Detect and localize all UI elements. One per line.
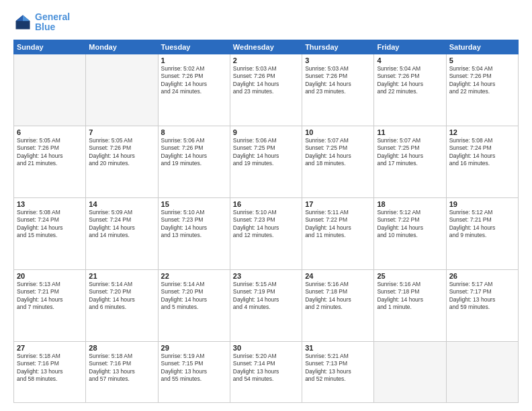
day-number: 25 (377, 272, 443, 280)
day-info: Sunrise: 5:21 AM Sunset: 7:13 PM Dayligh… (305, 353, 371, 383)
day-info: Sunrise: 5:06 AM Sunset: 7:26 PM Dayligh… (161, 137, 227, 168)
day-number: 1 (161, 56, 227, 64)
day-number: 26 (449, 272, 515, 280)
calendar-cell: 2Sunrise: 5:03 AM Sunset: 7:26 PM Daylig… (230, 54, 302, 126)
day-info: Sunrise: 5:13 AM Sunset: 7:21 PM Dayligh… (17, 281, 83, 312)
day-info: Sunrise: 5:15 AM Sunset: 7:19 PM Dayligh… (233, 281, 299, 312)
day-number: 11 (377, 128, 443, 136)
calendar-cell: 9Sunrise: 5:06 AM Sunset: 7:25 PM Daylig… (230, 126, 302, 197)
calendar-cell: 5Sunrise: 5:04 AM Sunset: 7:26 PM Daylig… (446, 54, 518, 126)
day-info: Sunrise: 5:03 AM Sunset: 7:26 PM Dayligh… (305, 65, 371, 96)
day-number: 29 (161, 344, 227, 352)
weekday-header: Tuesday (158, 40, 230, 54)
calendar-cell: 16Sunrise: 5:10 AM Sunset: 7:23 PM Dayli… (230, 197, 302, 269)
calendar-cell: 11Sunrise: 5:07 AM Sunset: 7:25 PM Dayli… (374, 126, 446, 197)
day-info: Sunrise: 5:20 AM Sunset: 7:14 PM Dayligh… (233, 353, 299, 383)
calendar-cell: 3Sunrise: 5:03 AM Sunset: 7:26 PM Daylig… (302, 54, 374, 126)
day-number: 3 (305, 56, 371, 64)
calendar-cell: 18Sunrise: 5:12 AM Sunset: 7:22 PM Dayli… (374, 197, 446, 269)
svg-marker-1 (23, 15, 30, 21)
calendar-cell: 19Sunrise: 5:12 AM Sunset: 7:21 PM Dayli… (446, 197, 518, 269)
svg-marker-2 (16, 15, 24, 21)
weekday-header: Wednesday (230, 40, 302, 54)
calendar-cell: 27Sunrise: 5:18 AM Sunset: 7:16 PM Dayli… (14, 341, 86, 402)
day-number: 2 (233, 56, 299, 64)
calendar-cell: 13Sunrise: 5:08 AM Sunset: 7:24 PM Dayli… (14, 197, 86, 269)
calendar-week-row: 20Sunrise: 5:13 AM Sunset: 7:21 PM Dayli… (14, 269, 519, 341)
day-number: 27 (17, 344, 83, 352)
day-info: Sunrise: 5:18 AM Sunset: 7:16 PM Dayligh… (17, 353, 83, 383)
day-info: Sunrise: 5:08 AM Sunset: 7:24 PM Dayligh… (449, 137, 515, 168)
calendar-cell: 22Sunrise: 5:14 AM Sunset: 7:20 PM Dayli… (158, 269, 230, 341)
day-number: 24 (305, 272, 371, 280)
calendar-cell: 29Sunrise: 5:19 AM Sunset: 7:15 PM Dayli… (158, 341, 230, 402)
day-info: Sunrise: 5:06 AM Sunset: 7:25 PM Dayligh… (233, 137, 299, 168)
day-info: Sunrise: 5:05 AM Sunset: 7:26 PM Dayligh… (17, 137, 83, 168)
calendar-cell: 31Sunrise: 5:21 AM Sunset: 7:13 PM Dayli… (302, 341, 374, 402)
header: General Blue (13, 12, 519, 33)
day-info: Sunrise: 5:05 AM Sunset: 7:26 PM Dayligh… (89, 137, 154, 168)
calendar-cell (14, 54, 86, 126)
day-number: 16 (233, 200, 299, 208)
day-info: Sunrise: 5:12 AM Sunset: 7:21 PM Dayligh… (449, 209, 515, 240)
day-info: Sunrise: 5:07 AM Sunset: 7:25 PM Dayligh… (377, 137, 443, 168)
day-number: 23 (233, 272, 299, 280)
day-info: Sunrise: 5:10 AM Sunset: 7:23 PM Dayligh… (161, 209, 227, 240)
calendar-cell: 6Sunrise: 5:05 AM Sunset: 7:26 PM Daylig… (14, 126, 86, 197)
calendar-cell: 12Sunrise: 5:08 AM Sunset: 7:24 PM Dayli… (446, 126, 518, 197)
weekday-header: Friday (374, 40, 446, 54)
calendar-cell: 23Sunrise: 5:15 AM Sunset: 7:19 PM Dayli… (230, 269, 302, 341)
day-number: 22 (161, 272, 227, 280)
day-number: 18 (377, 200, 443, 208)
day-number: 10 (305, 128, 371, 136)
calendar-week-row: 13Sunrise: 5:08 AM Sunset: 7:24 PM Dayli… (14, 197, 519, 269)
day-info: Sunrise: 5:14 AM Sunset: 7:20 PM Dayligh… (161, 281, 227, 312)
logo: General Blue (13, 12, 70, 33)
day-number: 15 (161, 200, 227, 208)
day-number: 14 (89, 200, 154, 208)
calendar-cell: 30Sunrise: 5:20 AM Sunset: 7:14 PM Dayli… (230, 341, 302, 402)
day-info: Sunrise: 5:11 AM Sunset: 7:22 PM Dayligh… (305, 209, 371, 240)
day-number: 6 (17, 128, 83, 136)
calendar-cell (86, 54, 158, 126)
day-info: Sunrise: 5:14 AM Sunset: 7:20 PM Dayligh… (89, 281, 154, 312)
logo-text: General Blue (35, 12, 70, 33)
calendar-cell: 26Sunrise: 5:17 AM Sunset: 7:17 PM Dayli… (446, 269, 518, 341)
calendar-cell: 1Sunrise: 5:02 AM Sunset: 7:26 PM Daylig… (158, 54, 230, 126)
day-info: Sunrise: 5:10 AM Sunset: 7:23 PM Dayligh… (233, 209, 299, 240)
day-number: 28 (89, 344, 154, 352)
weekday-header: Saturday (446, 40, 518, 54)
calendar-cell: 20Sunrise: 5:13 AM Sunset: 7:21 PM Dayli… (14, 269, 86, 341)
day-info: Sunrise: 5:19 AM Sunset: 7:15 PM Dayligh… (161, 353, 227, 383)
calendar-cell: 7Sunrise: 5:05 AM Sunset: 7:26 PM Daylig… (86, 126, 158, 197)
day-info: Sunrise: 5:04 AM Sunset: 7:26 PM Dayligh… (377, 65, 443, 96)
calendar-week-row: 1Sunrise: 5:02 AM Sunset: 7:26 PM Daylig… (14, 54, 519, 126)
calendar-cell: 10Sunrise: 5:07 AM Sunset: 7:25 PM Dayli… (302, 126, 374, 197)
day-number: 20 (17, 272, 83, 280)
weekday-header: Thursday (302, 40, 374, 54)
day-info: Sunrise: 5:09 AM Sunset: 7:24 PM Dayligh… (89, 209, 154, 240)
day-number: 7 (89, 128, 154, 136)
day-info: Sunrise: 5:02 AM Sunset: 7:26 PM Dayligh… (161, 65, 227, 96)
day-info: Sunrise: 5:03 AM Sunset: 7:26 PM Dayligh… (233, 65, 299, 96)
calendar-cell: 21Sunrise: 5:14 AM Sunset: 7:20 PM Dayli… (86, 269, 158, 341)
weekday-header: Monday (86, 40, 158, 54)
day-number: 19 (449, 200, 515, 208)
day-number: 17 (305, 200, 371, 208)
day-info: Sunrise: 5:04 AM Sunset: 7:26 PM Dayligh… (449, 65, 515, 96)
page: General Blue SundayMondayTuesdayWednesda… (0, 0, 532, 411)
calendar-week-row: 27Sunrise: 5:18 AM Sunset: 7:16 PM Dayli… (14, 341, 519, 402)
day-number: 9 (233, 128, 299, 136)
calendar-cell: 15Sunrise: 5:10 AM Sunset: 7:23 PM Dayli… (158, 197, 230, 269)
weekday-header: Sunday (14, 40, 86, 54)
day-number: 4 (377, 56, 443, 64)
logo-icon (13, 13, 32, 32)
day-info: Sunrise: 5:17 AM Sunset: 7:17 PM Dayligh… (449, 281, 515, 312)
day-number: 31 (305, 344, 371, 352)
day-info: Sunrise: 5:18 AM Sunset: 7:16 PM Dayligh… (89, 353, 154, 383)
day-info: Sunrise: 5:12 AM Sunset: 7:22 PM Dayligh… (377, 209, 443, 240)
calendar-cell: 25Sunrise: 5:16 AM Sunset: 7:18 PM Dayli… (374, 269, 446, 341)
day-number: 13 (17, 200, 83, 208)
day-info: Sunrise: 5:16 AM Sunset: 7:18 PM Dayligh… (305, 281, 371, 312)
day-info: Sunrise: 5:16 AM Sunset: 7:18 PM Dayligh… (377, 281, 443, 312)
